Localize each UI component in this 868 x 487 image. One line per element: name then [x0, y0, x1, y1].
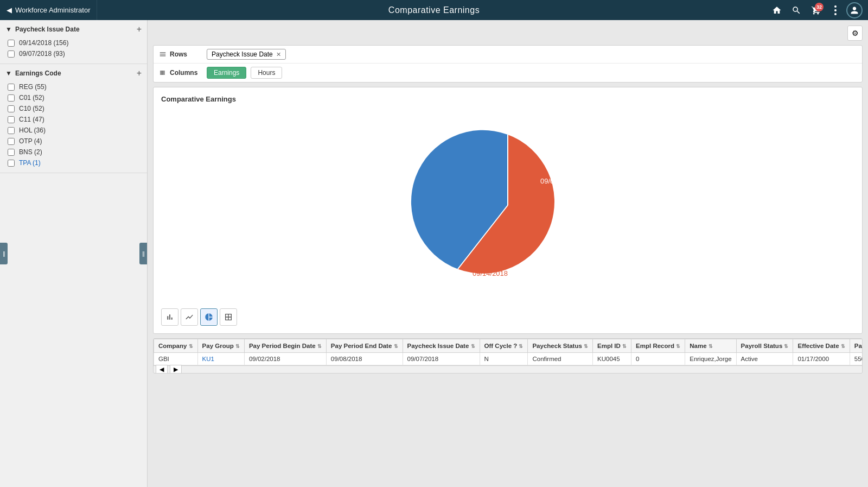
more-options-button[interactable]	[827, 2, 844, 19]
sort-icon-effective-date: ⇅	[841, 344, 845, 349]
cell-company: GBI	[154, 353, 198, 365]
earnings-filter-tpa: TPA (1)	[0, 157, 147, 168]
table-row: GBI KU1 09/02/2018 09/08/2018 09/07/2018…	[154, 353, 863, 365]
settings-button[interactable]: ⚙	[847, 26, 863, 41]
collapse-arrow-paycheck: ▼	[5, 26, 12, 33]
content-settings: ⚙	[153, 26, 863, 41]
chart-container: 09/07/2018 09/14/2018	[161, 107, 854, 303]
top-navigation: ◀ Workforce Administrator Comparative Ea…	[0, 0, 868, 20]
svg-point-1	[834, 9, 837, 11]
app-title: Workforce Administrator	[15, 6, 90, 14]
paycheck-filter-tag[interactable]: Paycheck Issue Date ✕	[207, 49, 286, 60]
sort-icon-empl-id: ⇅	[622, 344, 627, 349]
pie-chart-button[interactable]	[200, 308, 218, 326]
rows-filter-row: Rows Paycheck Issue Date ✕	[154, 46, 862, 64]
table-header-row: Company ⇅ Pay Group ⇅ Pay Period Begin D…	[154, 339, 863, 353]
earnings-label-otp: OTP (4)	[19, 137, 42, 145]
svg-point-0	[834, 5, 837, 8]
rows-label: Rows	[159, 50, 202, 58]
sort-icon-empl-record: ⇅	[676, 344, 680, 349]
earnings-checkbox-reg[interactable]	[8, 84, 15, 91]
cell-payroll-status: Active	[736, 353, 793, 365]
bar-chart-button[interactable]	[161, 308, 178, 326]
cell-empl-record: 0	[631, 353, 685, 365]
search-button[interactable]	[788, 2, 805, 19]
back-icon: ◀	[7, 6, 12, 14]
col-payroll-status[interactable]: Payroll Status ⇅	[736, 339, 793, 353]
data-table-wrapper: Company ⇅ Pay Group ⇅ Pay Period Begin D…	[153, 338, 863, 374]
col-empl-record[interactable]: Empl Record ⇅	[631, 339, 685, 353]
paycheck-checkbox-1[interactable]	[8, 50, 15, 58]
earnings-checkbox-bns[interactable]	[8, 149, 15, 156]
col-name[interactable]: Name ⇅	[685, 339, 736, 353]
chart-title: Comparative Earnings	[161, 95, 854, 103]
remove-filter-tag-button[interactable]: ✕	[276, 51, 281, 58]
pie-chart: 09/07/2018 09/14/2018	[399, 118, 616, 292]
sort-icon-name: ⇅	[709, 344, 713, 349]
sort-icon-off-cycle: ⇅	[519, 344, 523, 349]
main-content: ⚙ Rows Paycheck Issue Date ✕ Columns Ea	[148, 20, 868, 487]
notifications-button[interactable]: 32	[807, 2, 825, 19]
columns-filter-row: Columns Earnings Hours	[154, 64, 862, 82]
hours-column-button[interactable]: Hours	[251, 67, 282, 79]
sort-icon-issue-date: ⇅	[471, 344, 475, 349]
earnings-checkbox-c01[interactable]	[8, 94, 15, 102]
earnings-checkbox-c11[interactable]	[8, 116, 15, 123]
pie-label-09072018: 09/07/2018	[540, 177, 576, 185]
earnings-filter-bns: BNS (2)	[0, 147, 147, 157]
paycheck-filter-header[interactable]: ▼ Paycheck Issue Date +	[0, 20, 147, 37]
col-effective-date[interactable]: Effective Date ⇅	[793, 339, 850, 353]
earnings-checkbox-hol[interactable]	[8, 127, 15, 134]
cell-paycheck-status: Confirmed	[528, 353, 593, 365]
paycheck-filter-item-0: 09/14/2018 (156)	[0, 37, 147, 48]
chart-controls	[161, 308, 854, 326]
pay-group-link[interactable]: KU1	[202, 356, 214, 362]
col-paycheck-status[interactable]: Paycheck Status ⇅	[528, 339, 593, 353]
earnings-filter-c01: C01 (52)	[0, 92, 147, 103]
table-scroll-bar: ◀ ▶	[154, 365, 862, 373]
cell-off-cycle: N	[480, 353, 528, 365]
earnings-column-button[interactable]: Earnings	[207, 67, 246, 79]
right-collapse-button[interactable]: ‖	[139, 243, 147, 264]
scroll-left-button[interactable]: ◀	[156, 365, 168, 374]
earnings-filter-c10: C10 (52)	[0, 103, 147, 114]
left-collapse-button[interactable]: ‖	[0, 243, 8, 264]
earnings-checkbox-otp[interactable]	[8, 138, 15, 145]
col-paycheck-number[interactable]: Paycheck Number ⇅	[850, 339, 863, 353]
earnings-filter-otp: OTP (4)	[0, 136, 147, 147]
paycheck-filter-item-1: 09/07/2018 (93)	[0, 48, 147, 59]
earnings-checkbox-c10[interactable]	[8, 105, 15, 112]
sort-icon-payroll-status: ⇅	[784, 344, 788, 349]
col-pay-group[interactable]: Pay Group ⇅	[197, 339, 244, 353]
filter-bar: Rows Paycheck Issue Date ✕ Columns Earni…	[153, 45, 863, 83]
earnings-filter-section: ▼ Earnings Code + REG (55) C01 (52) C10 …	[0, 64, 147, 173]
scroll-right-button[interactable]: ▶	[170, 365, 182, 374]
paycheck-filter-title: ▼ Paycheck Issue Date	[5, 26, 80, 33]
sort-icon-period-begin: ⇅	[317, 344, 322, 349]
col-empl-id[interactable]: Empl ID ⇅	[593, 339, 631, 353]
paycheck-checkbox-0[interactable]	[8, 40, 15, 47]
columns-label: Columns	[159, 69, 202, 77]
col-period-begin[interactable]: Pay Period Begin Date ⇅	[244, 339, 326, 353]
svg-point-2	[834, 13, 837, 15]
earnings-label-bns: BNS (2)	[19, 148, 42, 156]
col-company[interactable]: Company ⇅	[154, 339, 198, 353]
add-paycheck-filter-button[interactable]: +	[137, 24, 142, 34]
back-button[interactable]: ◀ Workforce Administrator	[0, 0, 97, 20]
add-earnings-filter-button[interactable]: +	[137, 68, 142, 78]
line-chart-button[interactable]	[181, 308, 198, 326]
earnings-filter-header[interactable]: ▼ Earnings Code +	[0, 64, 147, 81]
notification-badge: 32	[815, 3, 824, 11]
table-chart-button[interactable]	[220, 308, 237, 326]
user-avatar[interactable]	[846, 2, 863, 18]
data-table: Company ⇅ Pay Group ⇅ Pay Period Begin D…	[154, 339, 863, 365]
cell-paycheck-number: 55620	[850, 353, 863, 365]
chart-area: Comparative Earnings	[153, 87, 863, 334]
col-off-cycle[interactable]: Off Cycle ? ⇅	[480, 339, 528, 353]
col-issue-date[interactable]: Paycheck Issue Date ⇅	[403, 339, 480, 353]
page-title: Comparative Earnings	[388, 5, 480, 15]
paycheck-filter-section: ▼ Paycheck Issue Date + 09/14/2018 (156)…	[0, 20, 147, 64]
earnings-checkbox-tpa[interactable]	[8, 160, 15, 167]
col-period-end[interactable]: Pay Period End Date ⇅	[326, 339, 403, 353]
home-button[interactable]	[768, 2, 786, 19]
